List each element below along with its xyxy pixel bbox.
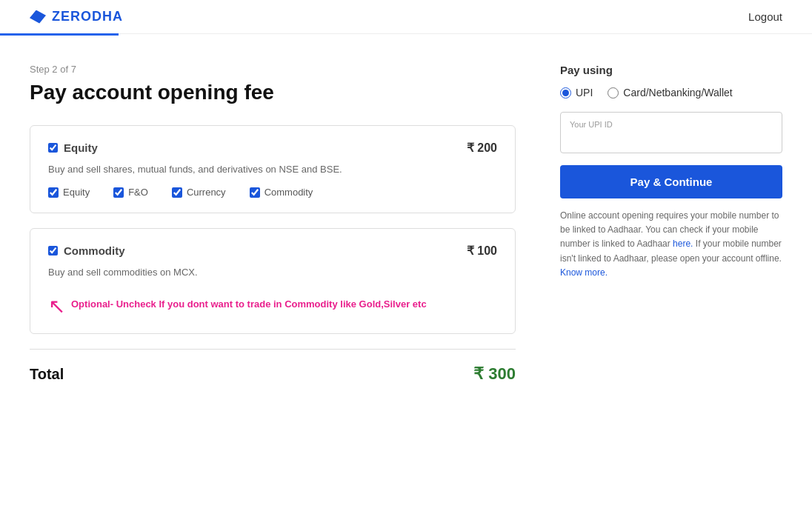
upi-radio-label[interactable]: UPI [560,87,593,98]
upi-input[interactable] [570,133,773,145]
upi-field-container: Your UPI ID [560,112,782,153]
sub-fo-checkbox[interactable] [113,187,124,198]
app-header: ZERODHA Logout [0,0,812,34]
info-text: Online account opening requires your mob… [560,209,782,280]
sub-currency-checkbox[interactable] [172,187,182,198]
equity-card-price: ₹ 200 [467,141,497,155]
card-label: Card/Netbanking/Wallet [623,87,732,98]
main-container: Step 2 of 7 Pay account opening fee Equi… [0,34,812,419]
commodity-card-title: Commodity [64,244,125,257]
left-panel: Step 2 of 7 Pay account opening fee Equi… [30,64,516,390]
payment-method-row: UPI Card/Netbanking/Wallet [560,87,782,98]
commodity-title-row: Commodity [48,244,125,257]
equity-card-title: Equity [64,141,98,154]
equity-card-header: Equity ₹ 200 [48,141,497,155]
upi-label: UPI [576,87,593,98]
step-label: Step 2 of 7 [30,64,516,75]
equity-title-row: Equity [48,141,98,154]
equity-checkbox[interactable] [48,143,58,153]
red-arrow-icon: ↖ [48,294,65,318]
total-label: Total [30,366,64,383]
equity-sub-fo[interactable]: F&O [113,187,148,198]
pay-continue-button[interactable]: Pay & Continue [560,165,782,198]
sub-equity-checkbox[interactable] [48,187,59,198]
commodity-card: Commodity ₹ 100 Buy and sell commodities… [30,228,516,334]
total-row: Total ₹ 300 [30,349,516,390]
page-title: Pay account opening fee [30,81,516,104]
logo: ZERODHA [30,9,123,24]
sub-currency-label: Currency [187,187,226,198]
commodity-card-header: Commodity ₹ 100 [48,244,497,258]
commodity-card-price: ₹ 100 [467,244,497,258]
sub-equity-label: Equity [63,187,90,198]
card-radio[interactable] [608,87,619,98]
sub-fo-label: F&O [128,187,148,198]
here-link[interactable]: here. [673,238,693,249]
equity-sub-items: Equity F&O Currency Commodity [48,187,497,198]
commodity-checkbox[interactable] [48,246,58,256]
right-panel: Pay using UPI Card/Netbanking/Wallet You… [560,64,782,390]
pay-using-title: Pay using [560,64,782,76]
equity-sub-commodity[interactable]: Commodity [250,187,313,198]
equity-card: Equity ₹ 200 Buy and sell shares, mutual… [30,125,516,213]
logo-icon [30,10,46,24]
optional-note: Optional- Uncheck If you dont want to tr… [71,297,427,312]
total-amount: ₹ 300 [473,364,516,384]
optional-note-container: ↖ Optional- Uncheck If you dont want to … [48,290,497,318]
logout-button[interactable]: Logout [748,10,782,23]
know-more-link[interactable]: Know more. [560,267,608,278]
upi-radio[interactable] [560,87,571,98]
sub-commodity-checkbox[interactable] [250,187,260,198]
equity-card-desc: Buy and sell shares, mutual funds, and d… [48,164,497,175]
upi-field-label: Your UPI ID [570,120,773,129]
commodity-card-desc: Buy and sell commodities on MCX. [48,267,497,278]
card-radio-label[interactable]: Card/Netbanking/Wallet [608,87,732,98]
equity-sub-currency[interactable]: Currency [172,187,226,198]
sub-commodity-label: Commodity [264,187,313,198]
equity-sub-equity[interactable]: Equity [48,187,90,198]
logo-text: ZERODHA [52,9,123,24]
